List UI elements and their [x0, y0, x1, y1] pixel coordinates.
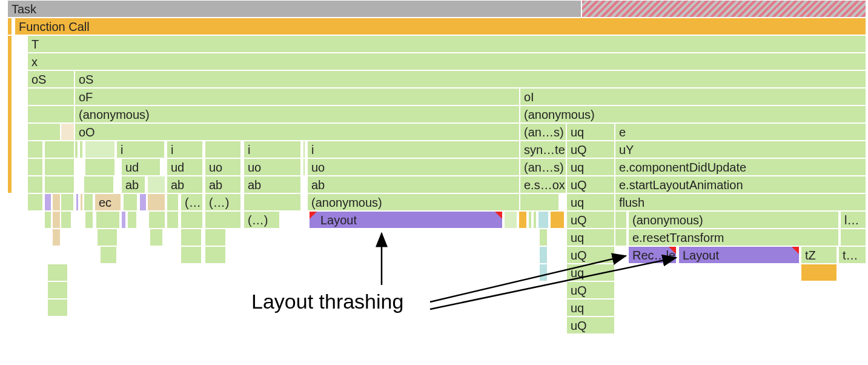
flame-entry[interactable] — [205, 246, 226, 264]
flame-entry[interactable]: i — [116, 141, 165, 158]
flame-entry[interactable]: e.s…ox — [520, 176, 566, 193]
flame-entry[interactable] — [533, 211, 537, 229]
flame-entry[interactable]: syn…te — [520, 141, 566, 158]
flame-entry[interactable]: ud — [167, 158, 203, 176]
flame-entry[interactable]: e.startLayoutAnimation — [615, 176, 866, 193]
flame-entry[interactable]: uQ — [566, 281, 615, 299]
flame-entry[interactable] — [539, 229, 548, 246]
flame-entry[interactable]: uo — [244, 158, 301, 176]
flame-entry[interactable]: x — [27, 53, 866, 70]
flame-entry[interactable]: (…) — [244, 211, 280, 229]
flame-entry[interactable]: ec — [94, 193, 121, 211]
flame-entry[interactable]: e — [615, 123, 866, 141]
flame-entry[interactable]: (an…s) — [520, 158, 566, 176]
flame-entry[interactable] — [97, 229, 118, 246]
flame-entry[interactable]: (… — [181, 193, 203, 211]
flame-entry[interactable]: oO — [75, 123, 520, 141]
flame-entry[interactable] — [27, 158, 43, 176]
flame-entry[interactable]: uq — [566, 158, 615, 176]
flame-entry[interactable] — [96, 211, 120, 229]
flame-entry[interactable]: uQ — [566, 211, 615, 229]
flame-entry[interactable] — [27, 105, 75, 123]
flame-entry[interactable]: tZ — [801, 246, 837, 264]
flame-entry[interactable] — [61, 211, 71, 229]
flame-entry-layout[interactable]: Layout — [309, 211, 503, 229]
flame-entry[interactable]: e.componentDidUpdate — [615, 158, 866, 176]
flame-entry[interactable] — [139, 193, 147, 211]
flame-entry[interactable] — [44, 158, 75, 176]
flame-entry[interactable]: oS — [27, 70, 75, 88]
flame-entry[interactable] — [27, 141, 43, 158]
flame-entry[interactable] — [52, 211, 61, 229]
flame-entry[interactable] — [27, 176, 43, 193]
flame-entry[interactable]: t… — [838, 246, 866, 264]
flame-entry[interactable]: uq — [566, 193, 615, 211]
flame-entry[interactable]: ab — [121, 176, 145, 193]
flame-entry[interactable]: uq — [566, 299, 615, 316]
flame-entry[interactable]: T — [27, 35, 866, 53]
flame-entry[interactable] — [801, 264, 837, 281]
flame-entry[interactable]: ab — [244, 176, 301, 193]
flame-entry[interactable] — [80, 193, 83, 211]
flame-entry[interactable] — [100, 246, 117, 264]
flame-entry[interactable] — [303, 158, 305, 176]
flame-entry[interactable] — [27, 123, 61, 141]
flame-entry[interactable] — [79, 141, 83, 158]
flame-entry[interactable]: uq — [566, 229, 615, 246]
flame-entry[interactable] — [47, 264, 68, 281]
flame-entry[interactable]: uY — [615, 141, 866, 158]
flame-entry[interactable] — [44, 176, 75, 193]
flame-entry[interactable] — [61, 193, 74, 211]
flame-entry[interactable] — [44, 141, 75, 158]
flame-entry-layout[interactable]: Layout — [678, 246, 800, 264]
flame-entry[interactable] — [75, 141, 78, 158]
flame-entry[interactable]: i — [167, 141, 203, 158]
flame-entry[interactable] — [85, 141, 115, 158]
flame-entry[interactable]: uo — [205, 158, 241, 176]
flame-entry[interactable]: (an…s) — [520, 123, 566, 141]
flame-entry[interactable] — [52, 229, 61, 246]
flame-entry[interactable] — [147, 176, 165, 193]
flame-entry[interactable] — [181, 229, 202, 246]
flame-entry[interactable]: uQ — [566, 316, 615, 334]
flame-entry[interactable]: (anonymous) — [520, 105, 866, 123]
flame-entry[interactable]: (anonymous) — [307, 193, 520, 211]
flame-entry-task[interactable]: Task — [7, 0, 581, 18]
flame-entry[interactable]: e.resetTransform — [628, 229, 839, 246]
flame-entry[interactable] — [528, 211, 532, 229]
flame-entry[interactable] — [205, 229, 226, 246]
flame-entry-fc-narrow[interactable] — [7, 35, 12, 193]
flame-entry[interactable] — [539, 264, 548, 281]
flame-entry[interactable] — [76, 193, 79, 211]
flame-entry[interactable] — [167, 211, 179, 229]
flame-entry[interactable]: ab — [307, 176, 520, 193]
flame-entry[interactable]: i — [244, 141, 301, 158]
flame-entry-fc-sliver[interactable] — [7, 18, 12, 35]
flame-entry[interactable] — [47, 281, 68, 299]
flame-entry[interactable] — [44, 211, 51, 229]
flame-entry[interactable] — [181, 246, 202, 264]
flame-entry-recalc[interactable]: Rec…le — [628, 246, 677, 264]
flame-entry[interactable] — [303, 141, 305, 158]
flame-entry[interactable] — [150, 229, 163, 246]
flame-entry[interactable] — [840, 229, 866, 246]
flame-entry[interactable] — [47, 299, 68, 316]
flame-entry[interactable] — [44, 193, 51, 211]
flame-entry[interactable] — [121, 211, 126, 229]
flame-entry[interactable]: (anonymous) — [628, 211, 839, 229]
flame-entry[interactable] — [127, 211, 137, 229]
flame-entry[interactable]: ud — [121, 158, 161, 176]
flame-entry[interactable] — [27, 88, 75, 105]
flame-entry[interactable] — [52, 193, 61, 211]
flame-entry[interactable] — [205, 141, 241, 158]
flame-entry[interactable] — [504, 211, 517, 229]
flame-entry[interactable] — [84, 176, 114, 193]
flame-entry[interactable]: uQ — [566, 141, 615, 158]
flame-entry[interactable]: uq — [566, 264, 615, 281]
flame-entry[interactable] — [550, 211, 565, 229]
flame-entry[interactable]: ab — [167, 176, 203, 193]
flame-entry[interactable] — [85, 211, 93, 229]
flame-entry[interactable]: uo — [307, 158, 520, 176]
flame-entry[interactable] — [84, 193, 93, 211]
flame-entry[interactable]: l… — [840, 211, 866, 229]
